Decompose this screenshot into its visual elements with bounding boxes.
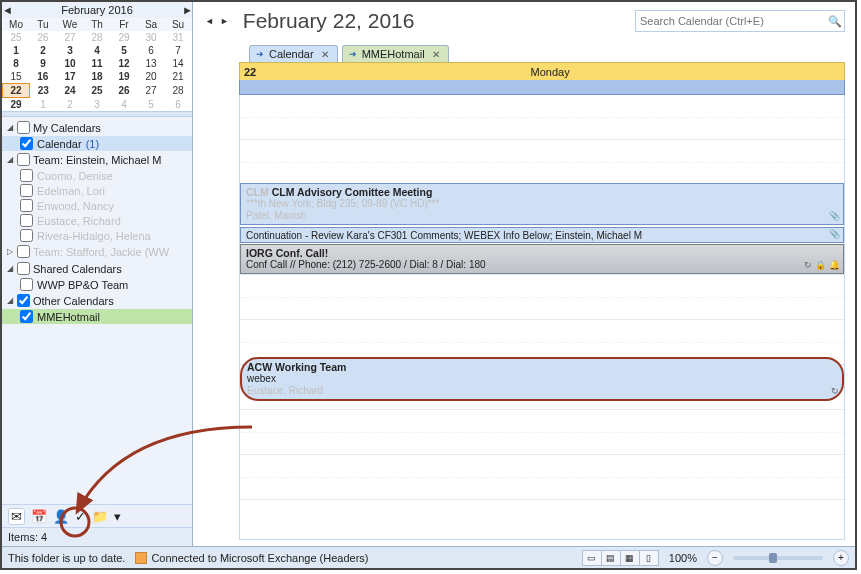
view-normal-icon[interactable]: ▭	[583, 551, 602, 565]
tree-item[interactable]: Edelman, Lori	[2, 183, 192, 198]
mail-icon[interactable]: ✉	[8, 508, 25, 525]
zoom-slider[interactable]	[733, 556, 823, 560]
calendar-tab[interactable]: ➜MMEHotmail✕	[342, 45, 449, 62]
mini-day[interactable]: 21	[165, 70, 192, 84]
mini-day[interactable]: 23	[30, 84, 57, 98]
expand-icon[interactable]: ◢	[6, 296, 14, 305]
search-input[interactable]	[636, 15, 826, 27]
zoom-thumb[interactable]	[769, 553, 777, 563]
mini-day[interactable]: 29	[3, 98, 30, 112]
mini-day[interactable]: 4	[84, 44, 111, 57]
prev-day-icon[interactable]: ◄	[203, 14, 216, 28]
mini-day[interactable]: 26	[30, 31, 57, 44]
item-checkbox[interactable]	[20, 199, 33, 212]
mini-day[interactable]: 27	[138, 84, 165, 98]
mini-day[interactable]: 10	[57, 57, 84, 70]
tree-item[interactable]: Cuomo, Denise	[2, 168, 192, 183]
mini-day[interactable]: 22	[3, 84, 30, 98]
mini-day[interactable]: 5	[111, 44, 138, 57]
mini-day[interactable]: 3	[57, 44, 84, 57]
zoom-out-button[interactable]: −	[707, 550, 723, 566]
item-checkbox[interactable]	[20, 278, 33, 291]
mini-day[interactable]: 1	[3, 44, 30, 57]
group-checkbox[interactable]	[17, 153, 30, 166]
item-checkbox[interactable]	[20, 214, 33, 227]
expand-icon[interactable]: ◢	[6, 155, 14, 164]
calendar-icon[interactable]: 📅	[31, 509, 47, 524]
mini-day[interactable]: 20	[138, 70, 165, 84]
group-checkbox[interactable]	[17, 262, 30, 275]
item-checkbox[interactable]	[20, 169, 33, 182]
time-slot[interactable]	[240, 95, 844, 140]
view-reading-icon[interactable]: ▯	[640, 551, 658, 565]
tree-item[interactable]: Rivera-Hidalgo, Helena	[2, 228, 192, 243]
item-checkbox[interactable]	[20, 310, 33, 323]
mini-day[interactable]: 16	[30, 70, 57, 84]
mini-day[interactable]: 11	[84, 57, 111, 70]
tree-group[interactable]: ◢Team: Einstein, Michael M	[2, 151, 192, 168]
prev-month-icon[interactable]: ◄	[2, 4, 12, 16]
mini-day[interactable]: 4	[111, 98, 138, 112]
tree-group[interactable]: ◢Other Calendars	[2, 292, 192, 309]
view-switcher[interactable]: ▭ ▤ ▦ ▯	[582, 550, 659, 566]
mini-calendar[interactable]: MoTuWeThFrSaSu25262728293031123456789101…	[2, 18, 192, 111]
view-grid-icon[interactable]: ▦	[621, 551, 640, 565]
folder-icon[interactable]: 📁	[92, 509, 108, 524]
mini-day[interactable]: 6	[165, 98, 192, 112]
time-slot[interactable]	[240, 275, 844, 320]
mini-day[interactable]: 15	[3, 70, 30, 84]
group-checkbox[interactable]	[17, 245, 30, 258]
mini-day[interactable]: 26	[111, 84, 138, 98]
mini-day[interactable]: 19	[111, 70, 138, 84]
mini-day[interactable]: 13	[138, 57, 165, 70]
expand-icon[interactable]: ◢	[6, 123, 14, 132]
mini-day[interactable]: 6	[138, 44, 165, 57]
search-box[interactable]: 🔍	[635, 10, 845, 32]
item-checkbox[interactable]	[20, 137, 33, 150]
mini-day[interactable]: 14	[165, 57, 192, 70]
tree-item[interactable]: MMEHotmail	[2, 309, 192, 324]
day-header-cell[interactable]: 22 Monday	[239, 62, 845, 80]
mini-calendar-title[interactable]: February 2016	[12, 4, 182, 16]
mini-day[interactable]: 3	[84, 98, 111, 112]
appt-continuation[interactable]: Continuation - Review Kara's CF301 Comme…	[240, 227, 844, 243]
close-tab-icon[interactable]: ✕	[319, 49, 331, 60]
mini-day[interactable]: 9	[30, 57, 57, 70]
group-checkbox[interactable]	[17, 294, 30, 307]
search-icon[interactable]: 🔍	[826, 15, 844, 28]
mini-day[interactable]: 1	[30, 98, 57, 112]
mini-day[interactable]: 28	[165, 84, 192, 98]
mini-day[interactable]: 25	[3, 31, 30, 44]
tree-group[interactable]: ▷Team: Stafford, Jackie (WW	[2, 243, 192, 260]
next-month-icon[interactable]: ►	[182, 4, 192, 16]
mini-day[interactable]: 18	[84, 70, 111, 84]
group-checkbox[interactable]	[17, 121, 30, 134]
mini-day[interactable]: 25	[84, 84, 111, 98]
appt-advisory[interactable]: CLM CLM Advisory Comittee Meeting ***th …	[240, 183, 844, 225]
time-grid[interactable]: 8 am9 0010 0011 0012 pm1 002 003 005 00 …	[239, 95, 845, 540]
mini-day[interactable]: 5	[138, 98, 165, 112]
time-slot[interactable]	[240, 410, 844, 455]
close-tab-icon[interactable]: ✕	[430, 49, 442, 60]
mini-day[interactable]: 29	[111, 31, 138, 44]
allday-row[interactable]	[239, 80, 845, 95]
tree-group[interactable]: ◢Shared Calendars	[2, 260, 192, 277]
mini-day[interactable]: 27	[57, 31, 84, 44]
tree-group[interactable]: ◢My Calendars	[2, 119, 192, 136]
mini-day[interactable]: 28	[84, 31, 111, 44]
tree-item[interactable]: Calendar (1)	[2, 136, 192, 151]
item-checkbox[interactable]	[20, 184, 33, 197]
contacts-icon[interactable]: 👤	[53, 509, 69, 524]
mini-day[interactable]: 12	[111, 57, 138, 70]
mini-day[interactable]: 2	[57, 98, 84, 112]
tree-item[interactable]: Eustace, Richard	[2, 213, 192, 228]
appt-iorg[interactable]: IORG Conf. Call! Conf Call // Phone: (21…	[240, 244, 844, 274]
mini-day[interactable]: 31	[165, 31, 192, 44]
expand-icon[interactable]: ▷	[6, 247, 14, 256]
tree-item[interactable]: Enwood, Nancy	[2, 198, 192, 213]
mini-day[interactable]: 7	[165, 44, 192, 57]
mini-day[interactable]: 24	[57, 84, 84, 98]
mini-day[interactable]: 17	[57, 70, 84, 84]
tree-item[interactable]: WWP BP&O Team	[2, 277, 192, 292]
zoom-in-button[interactable]: +	[833, 550, 849, 566]
